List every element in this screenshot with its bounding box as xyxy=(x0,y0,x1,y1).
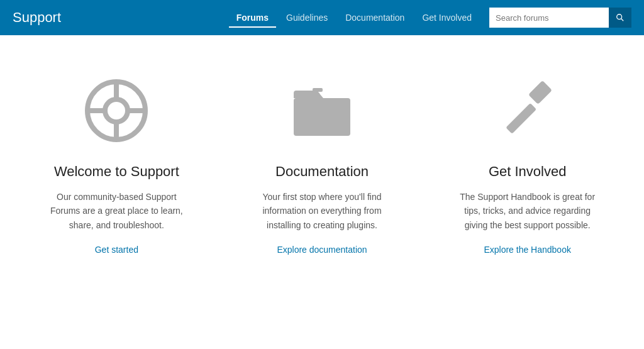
cards-container: Welcome to Support Our community-based S… xyxy=(14,73,630,255)
card-get-involved: Get Involved The Support Handbook is gre… xyxy=(425,73,630,255)
search-icon xyxy=(616,13,625,22)
hammer-icon xyxy=(490,73,565,148)
card-get-involved-link[interactable]: Explore the Handbook xyxy=(484,245,571,255)
card-get-involved-description: The Support Handbook is great for tips, … xyxy=(452,190,603,232)
folder-icon xyxy=(284,73,360,148)
svg-point-0 xyxy=(617,14,622,19)
search-form xyxy=(489,8,631,28)
search-input[interactable] xyxy=(489,8,609,28)
nav-get-involved[interactable]: Get Involved xyxy=(414,8,479,28)
card-get-involved-title: Get Involved xyxy=(489,163,567,180)
svg-line-1 xyxy=(621,19,624,21)
nav-guidelines[interactable]: Guidelines xyxy=(279,8,335,28)
card-documentation-description: Your first stop where you'll find inform… xyxy=(247,190,397,232)
card-documentation: Documentation Your first stop where you'… xyxy=(219,73,425,255)
card-welcome: Welcome to Support Our community-based S… xyxy=(14,73,219,255)
wheel-icon xyxy=(79,73,154,148)
nav-forums[interactable]: Forums xyxy=(229,8,276,28)
card-documentation-link[interactable]: Explore documentation xyxy=(277,245,367,255)
card-documentation-title: Documentation xyxy=(275,163,369,180)
svg-rect-10 xyxy=(506,103,536,134)
card-welcome-title: Welcome to Support xyxy=(54,163,179,180)
site-title: Support xyxy=(13,9,61,26)
svg-rect-11 xyxy=(528,80,552,104)
search-button[interactable] xyxy=(609,8,631,28)
svg-rect-9 xyxy=(313,88,323,92)
svg-rect-8 xyxy=(294,98,350,136)
main-nav: Forums Guidelines Documentation Get Invo… xyxy=(229,8,479,28)
site-header: Support Forums Guidelines Documentation … xyxy=(0,0,644,35)
nav-documentation[interactable]: Documentation xyxy=(338,8,412,28)
card-welcome-link[interactable]: Get started xyxy=(95,245,138,255)
card-welcome-description: Our community-based Support Forums are a… xyxy=(41,190,192,232)
main-content: Welcome to Support Our community-based S… xyxy=(0,35,644,280)
svg-point-3 xyxy=(105,99,128,122)
